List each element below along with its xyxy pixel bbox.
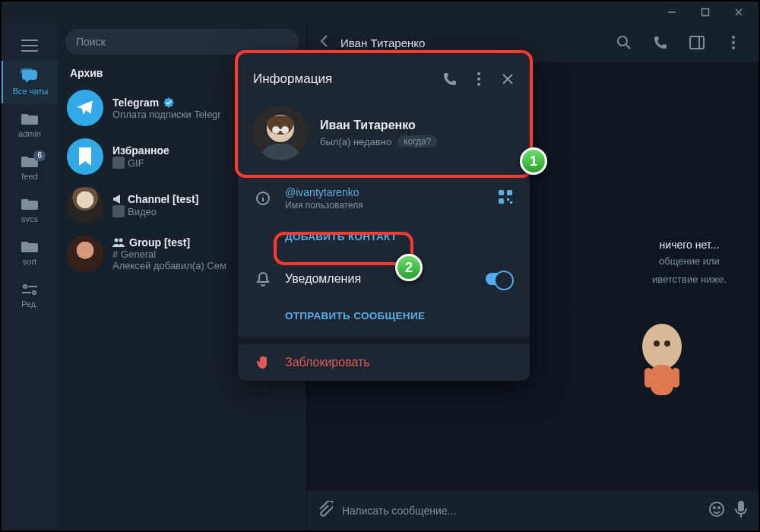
- emoji-button[interactable]: [708, 501, 725, 521]
- svg-point-16: [710, 502, 724, 516]
- gif-thumb-icon: [112, 157, 125, 169]
- chat-title[interactable]: Иван Титаренко: [340, 36, 600, 49]
- chat-name: Telegram: [112, 97, 159, 109]
- empty-state: ничего нет... общение или иветствие ниже…: [652, 239, 727, 287]
- folder-edit[interactable]: Ред.: [2, 274, 58, 316]
- attach-button[interactable]: [318, 501, 333, 521]
- svg-point-20: [477, 72, 480, 75]
- svg-rect-0: [702, 9, 709, 16]
- menu-button[interactable]: [21, 30, 38, 61]
- chat-name: Group [test]: [129, 236, 190, 249]
- svg-rect-32: [507, 198, 509, 201]
- modal-close-button[interactable]: [493, 65, 522, 93]
- modal-header: Информация: [238, 54, 530, 98]
- svg-rect-15: [672, 368, 679, 388]
- profile-status: был(а) недавно когда?: [320, 135, 437, 147]
- add-contact-button[interactable]: ДОБАВИТЬ КОНТАКТ: [238, 218, 530, 255]
- chat-name: Избранное: [112, 144, 169, 157]
- window-maximize-button[interactable]: [689, 2, 722, 23]
- profile-avatar[interactable]: [253, 106, 308, 160]
- folder-label: admin: [18, 129, 41, 138]
- chat-preview: GIF: [128, 157, 144, 169]
- bell-icon: [255, 271, 271, 287]
- empty-line1: общение или: [652, 254, 727, 269]
- qr-button[interactable]: [498, 189, 513, 207]
- svg-rect-11: [651, 365, 673, 395]
- group-icon: [112, 238, 125, 247]
- svg-rect-6: [690, 36, 704, 49]
- block-label: Заблокировать: [285, 356, 513, 369]
- svg-point-5: [618, 36, 627, 46]
- add-contact-label: ДОБАВИТЬ КОНТАКТ: [285, 231, 513, 242]
- message-input[interactable]: Написать сообщение...: [342, 505, 699, 517]
- folder-rail: Все чаты admin 6 feed svcs sort Ред.: [2, 23, 58, 530]
- profile-name: Иван Титаренко: [320, 119, 437, 132]
- voice-button[interactable]: [734, 500, 748, 521]
- separator: [238, 337, 530, 344]
- username-row[interactable]: @ivantytarenko Имя пользователя: [238, 179, 530, 218]
- folder-feed[interactable]: 6 feed: [2, 146, 58, 188]
- notifications-toggle[interactable]: [486, 273, 513, 285]
- app-window: Все чаты admin 6 feed svcs sort Ред.: [0, 0, 760, 532]
- svg-point-22: [477, 83, 480, 86]
- back-button[interactable]: [319, 34, 330, 51]
- chats-icon: [21, 68, 40, 85]
- chat-preview: Видео: [128, 206, 157, 217]
- svg-point-8: [732, 41, 735, 44]
- avatar: [67, 138, 103, 175]
- modal-call-button[interactable]: [435, 65, 464, 93]
- verified-icon: [163, 97, 174, 108]
- hand-icon: [255, 355, 271, 370]
- svg-point-10: [642, 324, 682, 369]
- folder-icon: [20, 196, 40, 213]
- block-user-button[interactable]: Заблокировать: [238, 344, 530, 381]
- folder-icon: [20, 111, 40, 128]
- svg-rect-31: [499, 198, 504, 204]
- profile-section: Иван Титаренко был(а) недавно когда?: [238, 98, 530, 176]
- svg-point-21: [477, 78, 480, 81]
- search-placeholder: Поиск: [76, 36, 106, 48]
- header-more-button[interactable]: [720, 36, 746, 49]
- svg-point-17: [714, 507, 715, 508]
- window-minimize-button[interactable]: [655, 2, 689, 23]
- empty-line2: иветствие ниже.: [652, 272, 727, 287]
- search-input[interactable]: Поиск: [65, 29, 299, 55]
- svg-point-3: [115, 239, 119, 242]
- user-info-modal: Информация Иван Титаренко был(а) недавно…: [238, 54, 530, 381]
- svg-point-26: [281, 126, 289, 134]
- folder-label: sort: [23, 257, 36, 266]
- window-titlebar: [2, 2, 758, 23]
- window-close-button[interactable]: [722, 2, 755, 23]
- folder-label: Все чаты: [13, 87, 49, 96]
- notifications-row[interactable]: Уведомления: [238, 261, 530, 297]
- header-sidepanel-button[interactable]: [684, 36, 710, 49]
- folder-svcs[interactable]: svcs: [2, 188, 58, 231]
- svg-rect-29: [499, 190, 504, 195]
- svg-point-4: [119, 239, 123, 242]
- greeting-sticker[interactable]: [629, 315, 695, 403]
- folder-sort[interactable]: sort: [2, 231, 58, 274]
- header-search-button[interactable]: [611, 35, 637, 50]
- svg-rect-14: [644, 368, 652, 388]
- svg-point-12: [654, 340, 660, 347]
- send-message-label: ОТПРАВИТЬ СООБЩЕНИЕ: [285, 310, 513, 321]
- svg-point-18: [718, 507, 720, 508]
- megaphone-icon: [112, 194, 123, 204]
- folder-all-chats[interactable]: Все чаты: [2, 61, 58, 103]
- header-call-button[interactable]: [648, 35, 673, 50]
- notifications-label: Уведомления: [285, 272, 472, 286]
- status-when-chip[interactable]: когда?: [397, 135, 437, 147]
- folder-icon: [20, 239, 40, 255]
- avatar: [67, 236, 103, 272]
- svg-point-9: [732, 46, 735, 49]
- status-text: был(а) недавно: [320, 136, 391, 147]
- video-thumb-icon: [112, 205, 125, 217]
- info-icon: [255, 191, 271, 206]
- modal-title: Информация: [253, 71, 435, 87]
- send-message-button[interactable]: ОТПРАВИТЬ СООБЩЕНИЕ: [238, 297, 530, 334]
- unread-badge: 6: [33, 150, 46, 161]
- folder-admin[interactable]: admin: [2, 103, 58, 146]
- svg-point-1: [24, 285, 27, 288]
- svg-point-13: [664, 340, 670, 347]
- modal-more-button[interactable]: [464, 65, 493, 93]
